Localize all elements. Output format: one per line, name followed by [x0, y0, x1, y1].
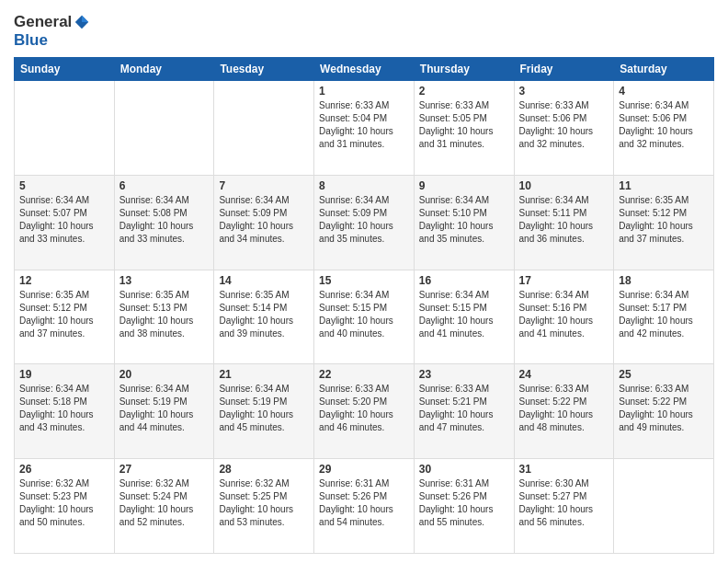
logo: General Blue [14, 13, 90, 50]
calendar-header-row: SundayMondayTuesdayWednesdayThursdayFrid… [15, 58, 714, 81]
calendar-cell: 22Sunrise: 6:33 AM Sunset: 5:20 PM Dayli… [314, 364, 415, 459]
calendar-week-row: 1Sunrise: 6:33 AM Sunset: 5:04 PM Daylig… [15, 81, 714, 176]
day-info: Sunrise: 6:34 AM Sunset: 5:15 PM Dayligh… [319, 289, 409, 340]
day-info: Sunrise: 6:32 AM Sunset: 5:24 PM Dayligh… [119, 477, 210, 529]
logo-general: General [14, 13, 72, 31]
day-number: 23 [419, 368, 509, 381]
weekday-header: Tuesday [214, 58, 314, 81]
calendar-cell: 3Sunrise: 6:33 AM Sunset: 5:06 PM Daylig… [514, 81, 614, 176]
calendar-cell: 28Sunrise: 6:32 AM Sunset: 5:25 PM Dayli… [214, 459, 314, 554]
day-info: Sunrise: 6:34 AM Sunset: 5:09 PM Dayligh… [219, 194, 309, 246]
page-header: General Blue [14, 9, 714, 50]
weekday-header: Sunday [15, 58, 115, 81]
day-info: Sunrise: 6:35 AM Sunset: 5:14 PM Dayligh… [219, 289, 309, 340]
calendar-cell: 7Sunrise: 6:34 AM Sunset: 5:09 PM Daylig… [214, 175, 314, 270]
calendar-cell: 27Sunrise: 6:32 AM Sunset: 5:24 PM Dayli… [114, 459, 214, 554]
day-number: 18 [619, 274, 709, 287]
day-number: 21 [219, 368, 309, 381]
day-number: 22 [319, 368, 409, 381]
day-info: Sunrise: 6:31 AM Sunset: 5:26 PM Dayligh… [319, 477, 409, 529]
day-number: 26 [19, 463, 109, 476]
calendar-body: 1Sunrise: 6:33 AM Sunset: 5:04 PM Daylig… [15, 81, 714, 554]
day-number: 15 [319, 274, 409, 287]
day-number: 25 [619, 368, 709, 381]
day-info: Sunrise: 6:33 AM Sunset: 5:06 PM Dayligh… [519, 99, 609, 151]
day-number: 29 [319, 463, 409, 476]
day-info: Sunrise: 6:34 AM Sunset: 5:18 PM Dayligh… [19, 383, 109, 434]
day-number: 11 [619, 179, 709, 192]
calendar-cell: 31Sunrise: 6:30 AM Sunset: 5:27 PM Dayli… [514, 459, 614, 554]
day-info: Sunrise: 6:34 AM Sunset: 5:07 PM Dayligh… [19, 194, 109, 246]
calendar-week-row: 26Sunrise: 6:32 AM Sunset: 5:23 PM Dayli… [15, 459, 714, 554]
day-info: Sunrise: 6:30 AM Sunset: 5:27 PM Dayligh… [519, 477, 609, 529]
calendar-cell: 13Sunrise: 6:35 AM Sunset: 5:13 PM Dayli… [114, 270, 214, 364]
calendar-cell: 17Sunrise: 6:34 AM Sunset: 5:16 PM Dayli… [514, 270, 614, 364]
calendar-cell: 2Sunrise: 6:33 AM Sunset: 5:05 PM Daylig… [414, 81, 514, 176]
day-info: Sunrise: 6:34 AM Sunset: 5:15 PM Dayligh… [419, 289, 509, 340]
calendar-cell: 1Sunrise: 6:33 AM Sunset: 5:04 PM Daylig… [314, 81, 415, 176]
day-info: Sunrise: 6:34 AM Sunset: 5:11 PM Dayligh… [519, 194, 609, 246]
calendar-cell [15, 81, 115, 176]
day-info: Sunrise: 6:34 AM Sunset: 5:17 PM Dayligh… [619, 289, 709, 340]
calendar-cell: 6Sunrise: 6:34 AM Sunset: 5:08 PM Daylig… [114, 175, 214, 270]
day-info: Sunrise: 6:34 AM Sunset: 5:06 PM Dayligh… [619, 99, 709, 151]
day-info: Sunrise: 6:33 AM Sunset: 5:04 PM Dayligh… [319, 99, 409, 151]
calendar-cell [614, 459, 714, 554]
day-number: 24 [519, 368, 609, 381]
weekday-header: Thursday [414, 58, 514, 81]
day-number: 9 [419, 179, 509, 192]
calendar-week-row: 19Sunrise: 6:34 AM Sunset: 5:18 PM Dayli… [15, 364, 714, 459]
calendar-cell: 26Sunrise: 6:32 AM Sunset: 5:23 PM Dayli… [15, 459, 115, 554]
day-number: 5 [19, 179, 109, 192]
day-number: 1 [319, 85, 409, 98]
calendar-cell: 11Sunrise: 6:35 AM Sunset: 5:12 PM Dayli… [614, 175, 714, 270]
day-info: Sunrise: 6:32 AM Sunset: 5:23 PM Dayligh… [19, 477, 109, 529]
calendar-page: General Blue SundayMondayTuesdayWednesda… [0, 0, 728, 563]
calendar-cell: 4Sunrise: 6:34 AM Sunset: 5:06 PM Daylig… [614, 81, 714, 176]
day-number: 30 [419, 463, 509, 476]
day-info: Sunrise: 6:34 AM Sunset: 5:08 PM Dayligh… [119, 194, 210, 246]
day-info: Sunrise: 6:35 AM Sunset: 5:13 PM Dayligh… [119, 289, 210, 340]
calendar-week-row: 12Sunrise: 6:35 AM Sunset: 5:12 PM Dayli… [15, 270, 714, 364]
day-number: 16 [419, 274, 509, 287]
calendar-cell: 24Sunrise: 6:33 AM Sunset: 5:22 PM Dayli… [514, 364, 614, 459]
calendar-cell: 23Sunrise: 6:33 AM Sunset: 5:21 PM Dayli… [414, 364, 514, 459]
calendar-cell: 12Sunrise: 6:35 AM Sunset: 5:12 PM Dayli… [15, 270, 115, 364]
day-info: Sunrise: 6:35 AM Sunset: 5:12 PM Dayligh… [19, 289, 109, 340]
calendar-cell: 9Sunrise: 6:34 AM Sunset: 5:10 PM Daylig… [414, 175, 514, 270]
calendar-cell: 19Sunrise: 6:34 AM Sunset: 5:18 PM Dayli… [15, 364, 115, 459]
day-number: 27 [119, 463, 210, 476]
day-number: 4 [619, 85, 709, 98]
calendar-table: SundayMondayTuesdayWednesdayThursdayFrid… [14, 57, 714, 554]
day-number: 13 [119, 274, 210, 287]
calendar-cell: 5Sunrise: 6:34 AM Sunset: 5:07 PM Daylig… [15, 175, 115, 270]
calendar-cell: 10Sunrise: 6:34 AM Sunset: 5:11 PM Dayli… [514, 175, 614, 270]
day-number: 20 [119, 368, 210, 381]
day-number: 2 [419, 85, 509, 98]
day-info: Sunrise: 6:35 AM Sunset: 5:12 PM Dayligh… [619, 194, 709, 246]
day-info: Sunrise: 6:33 AM Sunset: 5:21 PM Dayligh… [419, 383, 509, 434]
day-info: Sunrise: 6:34 AM Sunset: 5:16 PM Dayligh… [519, 289, 609, 340]
calendar-cell [214, 81, 314, 176]
day-info: Sunrise: 6:33 AM Sunset: 5:05 PM Dayligh… [419, 99, 509, 151]
calendar-cell: 29Sunrise: 6:31 AM Sunset: 5:26 PM Dayli… [314, 459, 415, 554]
calendar-cell: 20Sunrise: 6:34 AM Sunset: 5:19 PM Dayli… [114, 364, 214, 459]
logo-icon [74, 14, 90, 30]
calendar-cell: 15Sunrise: 6:34 AM Sunset: 5:15 PM Dayli… [314, 270, 415, 364]
calendar-cell: 30Sunrise: 6:31 AM Sunset: 5:26 PM Dayli… [414, 459, 514, 554]
logo-blue: Blue [14, 31, 48, 49]
calendar-cell [114, 81, 214, 176]
day-number: 19 [19, 368, 109, 381]
day-number: 7 [219, 179, 309, 192]
day-info: Sunrise: 6:33 AM Sunset: 5:22 PM Dayligh… [519, 383, 609, 434]
day-number: 6 [119, 179, 210, 192]
day-number: 10 [519, 179, 609, 192]
day-info: Sunrise: 6:33 AM Sunset: 5:20 PM Dayligh… [319, 383, 409, 434]
day-number: 17 [519, 274, 609, 287]
day-number: 8 [319, 179, 409, 192]
day-info: Sunrise: 6:32 AM Sunset: 5:25 PM Dayligh… [219, 477, 309, 529]
day-number: 28 [219, 463, 309, 476]
day-info: Sunrise: 6:33 AM Sunset: 5:22 PM Dayligh… [619, 383, 709, 434]
day-number: 3 [519, 85, 609, 98]
weekday-header: Wednesday [314, 58, 415, 81]
